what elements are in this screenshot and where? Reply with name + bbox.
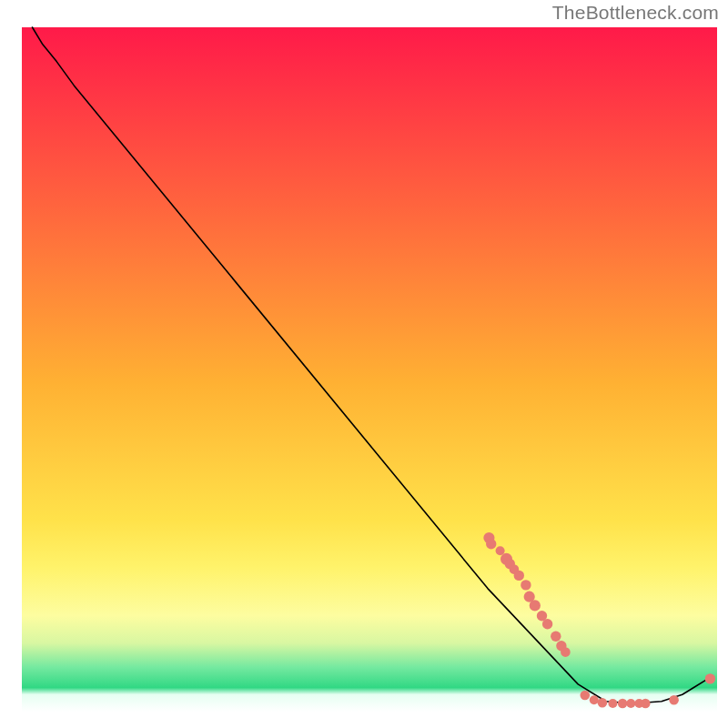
svg-point-24	[669, 695, 679, 705]
chart-svg	[0, 0, 728, 728]
svg-point-18	[598, 698, 608, 708]
chart-container: TheBottleneck.com	[0, 0, 728, 728]
svg-point-12	[542, 619, 552, 629]
svg-point-21	[626, 699, 635, 708]
svg-point-8	[521, 580, 531, 590]
svg-point-17	[590, 695, 599, 704]
svg-point-15	[561, 647, 571, 657]
svg-point-25	[705, 673, 715, 683]
svg-point-19	[608, 699, 617, 708]
svg-point-2	[486, 539, 496, 549]
svg-point-16	[581, 691, 591, 701]
svg-point-13	[551, 632, 561, 642]
svg-point-7	[514, 571, 524, 581]
svg-point-23	[641, 699, 651, 709]
svg-rect-0	[22, 27, 717, 712]
svg-point-20	[618, 699, 628, 709]
svg-point-10	[530, 600, 541, 611]
